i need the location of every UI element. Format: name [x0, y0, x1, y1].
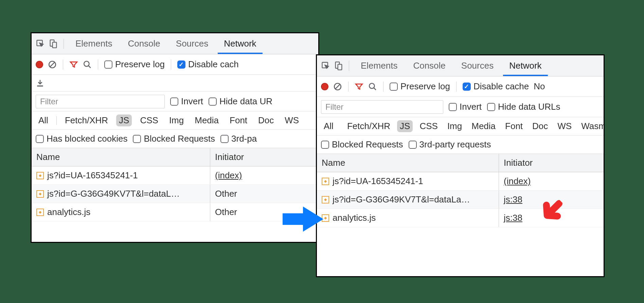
type-all[interactable]: All	[321, 120, 336, 132]
flags-bar: Blocked Requests 3rd-party requests	[317, 136, 604, 154]
initiator-link[interactable]: (index)	[215, 170, 242, 181]
request-name: js?id=UA-165345241-1	[47, 170, 138, 181]
table-row[interactable]: js?id=UA-165345241-1 (index)	[317, 172, 604, 191]
tab-bar: Elements Console Sources Network	[32, 33, 318, 54]
cell-name: analytics.js	[317, 213, 499, 223]
table-header: Name Initiator	[32, 148, 318, 166]
preserve-log-toggle[interactable]: Preserve log	[104, 59, 165, 70]
record-icon[interactable]	[321, 83, 328, 90]
inspect-icon[interactable]	[321, 61, 330, 71]
clear-icon[interactable]	[333, 82, 342, 91]
blue-arrow-annotation	[283, 204, 323, 234]
type-img[interactable]: Img	[445, 120, 465, 132]
initiator-text: Other	[215, 189, 237, 199]
type-js[interactable]: JS	[116, 114, 132, 126]
third-party-toggle[interactable]: 3rd-party requests	[409, 139, 491, 150]
tab-console[interactable]: Console	[122, 33, 166, 54]
table-row[interactable]: js?id=UA-165345241-1 (index)	[32, 166, 318, 185]
tab-console[interactable]: Console	[407, 55, 451, 76]
tab-sources[interactable]: Sources	[170, 33, 214, 54]
table-row[interactable]: js?id=G-G36G49KV7T&l=dataL… Other	[32, 185, 318, 203]
type-ws[interactable]: WS	[555, 120, 574, 132]
hide-data-urls-toggle[interactable]: Hide data UR	[209, 96, 272, 107]
checkbox-icon	[170, 97, 178, 106]
separator	[456, 82, 457, 92]
invert-toggle[interactable]: Invert	[170, 96, 203, 107]
type-css[interactable]: CSS	[137, 114, 161, 126]
record-icon[interactable]	[36, 61, 43, 68]
type-css[interactable]: CSS	[417, 120, 440, 132]
type-font[interactable]: Font	[227, 114, 250, 126]
col-name[interactable]: Name	[317, 154, 499, 172]
inspect-icon[interactable]	[36, 39, 45, 49]
device-toolbar-icon[interactable]	[334, 61, 343, 71]
clear-icon[interactable]	[48, 60, 57, 69]
svg-point-5	[84, 61, 89, 66]
table-row[interactable]: analytics.js Other	[32, 203, 318, 221]
tab-elements[interactable]: Elements	[355, 55, 404, 76]
svg-line-14	[374, 88, 376, 90]
search-icon[interactable]	[368, 82, 377, 91]
blocked-cookies-toggle[interactable]: Has blocked cookies	[36, 133, 127, 144]
type-fetch[interactable]: Fetch/XHR	[62, 114, 111, 126]
col-initiator[interactable]: Initiator	[499, 154, 604, 172]
type-img[interactable]: Img	[166, 114, 186, 126]
search-icon[interactable]	[83, 60, 92, 69]
invert-toggle[interactable]: Invert	[449, 102, 482, 112]
tab-bar: Elements Console Sources Network	[317, 55, 604, 76]
type-media[interactable]: Media	[469, 120, 498, 132]
initiator-link[interactable]: js:38	[504, 213, 522, 223]
tab-network[interactable]: Network	[503, 55, 548, 76]
checkbox-icon	[133, 135, 141, 143]
blocked-cookies-label: Has blocked cookies	[47, 133, 127, 144]
device-toolbar-icon[interactable]	[49, 39, 58, 49]
blocked-requests-toggle[interactable]: Blocked Requests	[321, 139, 403, 150]
cell-initiator: (index)	[210, 170, 318, 181]
type-ws[interactable]: WS	[282, 114, 302, 126]
filter-icon[interactable]	[355, 82, 363, 91]
type-doc[interactable]: Doc	[255, 114, 276, 126]
type-filter-bar: All Fetch/XHR JS CSS Img Media Font Doc …	[32, 111, 318, 130]
checkbox-icon	[409, 141, 417, 149]
tab-elements[interactable]: Elements	[69, 33, 118, 54]
type-doc[interactable]: Doc	[530, 120, 551, 132]
type-filter-bar: All Fetch/XHR JS CSS Img Media Font Doc …	[317, 117, 604, 136]
checkbox-icon	[487, 103, 495, 111]
filter-bar: Filter Invert Hide data URLs	[317, 97, 604, 117]
col-name[interactable]: Name	[32, 148, 210, 166]
type-font[interactable]: Font	[502, 120, 525, 132]
disable-cache-toggle[interactable]: Disable cach	[177, 59, 239, 70]
js-file-icon	[36, 172, 44, 179]
blocked-requests-toggle[interactable]: Blocked Requests	[133, 133, 215, 144]
tab-network[interactable]: Network	[218, 33, 262, 54]
initiator-link[interactable]: (index)	[504, 176, 531, 186]
table-header: Name Initiator	[317, 154, 604, 172]
hide-data-urls-toggle[interactable]: Hide data URLs	[487, 102, 560, 112]
invert-label: Invert	[460, 102, 482, 112]
third-party-label: 3rd-party requests	[419, 139, 491, 150]
col-initiator[interactable]: Initiator	[210, 148, 318, 166]
type-all[interactable]: All	[36, 114, 51, 126]
request-name: analytics.js	[333, 213, 376, 223]
type-fetch[interactable]: Fetch/XHR	[344, 120, 393, 132]
download-icon[interactable]	[36, 79, 44, 88]
request-name: js?id=UA-165345241-1	[333, 176, 423, 186]
hide-urls-label: Hide data UR	[219, 96, 272, 107]
filter-input[interactable]: Filter	[36, 95, 165, 108]
svg-rect-10	[338, 64, 342, 70]
checkbox-icon	[209, 97, 217, 106]
disable-cache-toggle[interactable]: Disable cache	[463, 81, 529, 92]
initiator-link[interactable]: js:38	[504, 194, 522, 205]
tab-sources[interactable]: Sources	[455, 55, 500, 76]
network-toolbar: Preserve log Disable cach	[32, 54, 318, 75]
blocked-requests-label: Blocked Requests	[144, 133, 215, 144]
third-party-toggle[interactable]: 3rd-pa	[220, 133, 257, 144]
type-js[interactable]: JS	[397, 120, 413, 132]
type-media[interactable]: Media	[192, 114, 221, 126]
preserve-log-toggle[interactable]: Preserve log	[390, 81, 450, 92]
filter-input[interactable]: Filter	[321, 100, 443, 114]
flags-bar: Has blocked cookies Blocked Requests 3rd…	[32, 130, 318, 148]
table-body: js?id=UA-165345241-1 (index) js?id=G-G36…	[32, 166, 318, 221]
type-wasm[interactable]: Wasm	[578, 120, 604, 132]
filter-icon[interactable]	[69, 60, 78, 69]
